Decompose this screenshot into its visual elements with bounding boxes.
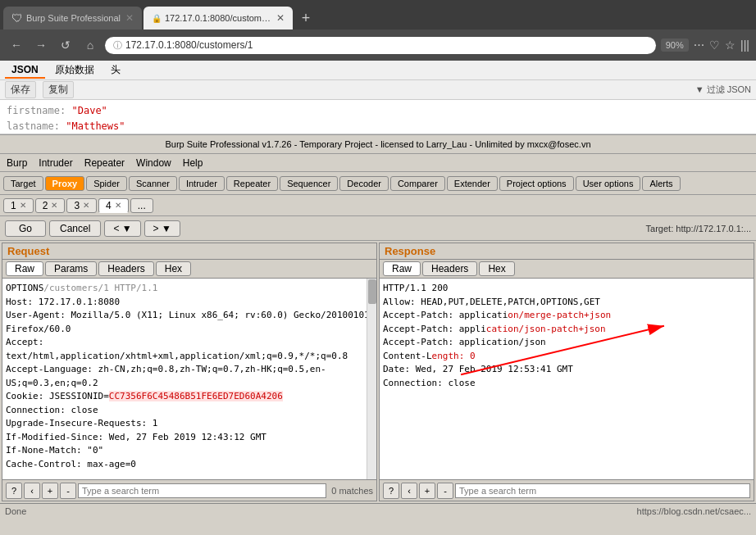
req-tab-params[interactable]: Params: [45, 261, 97, 276]
copy-button[interactable]: 复制: [43, 81, 74, 98]
filter-json[interactable]: ▼ 过滤 JSON: [695, 84, 751, 96]
menu-repeater[interactable]: Repeater: [84, 157, 125, 169]
cancel-button[interactable]: Cancel: [49, 220, 101, 237]
back-button[interactable]: ←: [7, 35, 26, 55]
more-icon[interactable]: ···: [694, 38, 704, 52]
tab-raw[interactable]: 原始数据: [48, 61, 101, 79]
tab-sequencer[interactable]: Sequencer: [280, 176, 338, 191]
go-button[interactable]: Go: [5, 220, 46, 237]
resp-tab-hex[interactable]: Hex: [479, 261, 514, 276]
menu-burp[interactable]: Burp: [7, 157, 27, 169]
rep-tab-1[interactable]: 1 ✕: [3, 198, 34, 213]
burp-menu: Burp Intruder Repeater Window Help: [0, 154, 756, 172]
resp-line-3: Accept-Patch: application/merge-patch+js…: [383, 309, 750, 323]
req-line-9: If-Modified-Since: Wed, 27 Feb 2019 12:4…: [6, 431, 373, 445]
resp-line-7: Date: Wed, 27 Feb 2019 12:53:41 GMT: [383, 363, 750, 377]
rep-tab-2[interactable]: 2 ✕: [35, 198, 66, 213]
rep-tab-2-close[interactable]: ✕: [51, 201, 57, 210]
resp-tab-headers[interactable]: Headers: [422, 261, 477, 276]
tab-json[interactable]: JSON: [5, 62, 45, 79]
req-line-1: OPTIONS/customers/1 HTTP/1.1: [6, 282, 373, 296]
tab-url-close[interactable]: ✕: [276, 12, 285, 24]
burp-title: Burp Suite Professional v1.7.26 - Tempor…: [0, 134, 756, 154]
tab-alerts[interactable]: Alerts: [642, 176, 680, 191]
status-bar: Done https://blog.csdn.net/csaec...: [0, 503, 756, 518]
req-search-prev[interactable]: ‹: [24, 483, 40, 499]
req-search-next[interactable]: +: [42, 483, 58, 499]
resp-search-help[interactable]: ?: [383, 483, 399, 499]
req-line-3: User-Agent: Mozilla/5.0 (X11; Linux x86_…: [6, 309, 373, 336]
response-search-input[interactable]: [455, 483, 750, 498]
response-title: Response: [380, 243, 754, 260]
req-line-8: Upgrade-Insecure-Requests: 1: [6, 417, 373, 431]
refresh-button[interactable]: ↺: [56, 35, 75, 55]
nav-back-button[interactable]: < ▼: [104, 220, 140, 237]
tab-target[interactable]: Target: [3, 176, 43, 191]
target-info: Target: http://172.17.0.1:...: [646, 224, 751, 233]
response-panel: Response Raw Headers Hex HTTP/1.1 200 Al…: [379, 243, 754, 501]
tab-extender[interactable]: Extender: [447, 176, 498, 191]
sidebar-icon[interactable]: |||: [740, 39, 749, 52]
req-search-opts[interactable]: ‑: [60, 483, 76, 499]
rep-tab-3-close[interactable]: ✕: [83, 201, 89, 210]
req-line-7: Connection: close: [6, 404, 373, 418]
save-button[interactable]: 保存: [5, 81, 36, 98]
tab-proxy[interactable]: Proxy: [45, 176, 85, 191]
response-tabs: Raw Headers Hex: [380, 260, 754, 279]
rep-tab-4[interactable]: 4 ✕: [98, 198, 129, 213]
burp-title-text: Burp Suite Professional v1.7.26 - Tempor…: [165, 139, 590, 149]
tab-user-options[interactable]: User options: [576, 176, 641, 191]
forward-button[interactable]: →: [31, 35, 51, 55]
rep-tab-4-close[interactable]: ✕: [115, 201, 121, 210]
request-title: Request: [2, 243, 376, 260]
rep-tab-4-label: 4: [106, 200, 112, 211]
url-text: 172.17.0.1:8080/customers/1: [125, 39, 253, 51]
req-tab-hex[interactable]: Hex: [156, 261, 191, 276]
lastname-key: lastname:: [7, 120, 60, 132]
rep-tab-1-close[interactable]: ✕: [20, 201, 26, 210]
resp-line-1: HTTP/1.1 200: [383, 282, 750, 296]
star-icon[interactable]: ☆: [725, 39, 736, 52]
resp-tab-raw[interactable]: Raw: [383, 261, 421, 276]
req-line-5: Accept-Language: zh-CN,zh;q=0.8,zh-TW;q=…: [6, 363, 373, 390]
tab-burp[interactable]: 🛡 Burp Suite Professional ✕: [3, 7, 142, 29]
rep-tab-more[interactable]: ...: [130, 198, 153, 213]
tab-burp-close[interactable]: ✕: [125, 12, 134, 24]
request-tabs: Raw Params Headers Hex: [2, 260, 376, 279]
tab-scanner[interactable]: Scanner: [129, 176, 177, 191]
tab-intruder[interactable]: Intruder: [179, 176, 225, 191]
bookmark-icon[interactable]: ♡: [709, 39, 720, 52]
tab-add-btn[interactable]: +: [294, 7, 317, 29]
tab-repeater[interactable]: Repeater: [226, 176, 278, 191]
menu-window[interactable]: Window: [136, 157, 171, 169]
url-bar[interactable]: ⓘ 172.17.0.1:8080/customers/1: [105, 37, 656, 54]
tab-url[interactable]: 🔒 172.17.0.1:8080/custome... ✕: [143, 7, 293, 29]
tab-decoder[interactable]: Decoder: [339, 176, 389, 191]
resp-search-prev[interactable]: ‹: [401, 483, 417, 499]
resp-line-5: Accept-Patch: application/json: [383, 336, 750, 350]
url-info-icon: ⓘ: [113, 39, 122, 52]
req-tab-raw[interactable]: Raw: [6, 261, 43, 276]
req-line-11: Cache-Control: max-age=0: [6, 458, 373, 472]
req-tab-headers[interactable]: Headers: [98, 261, 153, 276]
request-search-input[interactable]: [78, 483, 326, 498]
resp-search-next[interactable]: +: [419, 483, 435, 499]
tab-comparer[interactable]: Comparer: [390, 176, 445, 191]
menu-intruder[interactable]: Intruder: [39, 157, 72, 169]
status-left: Done: [5, 506, 26, 516]
resp-search-opts[interactable]: ‑: [437, 483, 453, 499]
browser-chrome: 🛡 Burp Suite Professional ✕ 🔒 172.17.0.1…: [0, 0, 756, 134]
rep-tab-3[interactable]: 3 ✕: [66, 198, 97, 213]
tab-project-options[interactable]: Project options: [499, 176, 574, 191]
menu-help[interactable]: Help: [183, 157, 203, 169]
nav-fwd-button[interactable]: > ▼: [144, 220, 180, 237]
req-line-4: Accept: text/html,application/xhtml+xml,…: [6, 336, 373, 363]
tab-bar: 🛡 Burp Suite Professional ✕ 🔒 172.17.0.1…: [0, 0, 756, 29]
home-button[interactable]: ⌂: [80, 35, 100, 55]
tab-head[interactable]: 头: [104, 61, 127, 79]
request-panel: Request Raw Params Headers Hex OPTIONS/c…: [2, 243, 377, 501]
resp-line-4: Accept-Patch: application/json-patch+jso…: [383, 323, 750, 337]
tab-spider[interactable]: Spider: [86, 176, 127, 191]
req-search-help[interactable]: ?: [6, 483, 22, 499]
burp-toolbar: Target Proxy Spider Scanner Intruder Rep…: [0, 172, 756, 195]
